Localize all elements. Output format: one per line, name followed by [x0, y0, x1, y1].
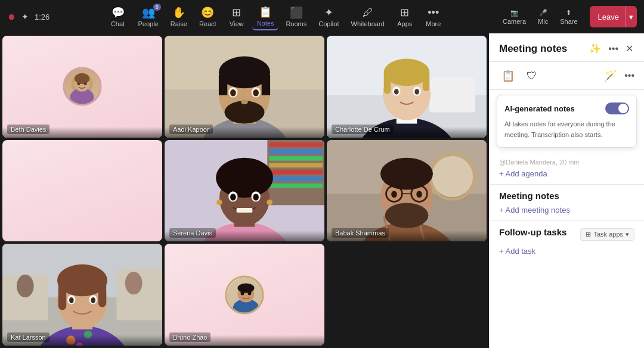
svg-point-49: [230, 194, 236, 200]
nav-view-label: View: [230, 20, 244, 27]
panel-title: Meeting notes: [499, 43, 567, 55]
shield-tab-icon[interactable]: 🛡: [524, 67, 540, 85]
add-task-link[interactable]: + Add task: [499, 247, 634, 256]
panel-header: Meeting notes ✨ ••• ✕: [490, 33, 644, 62]
video-person-bruno: [165, 244, 324, 346]
svg-rect-36: [269, 149, 323, 154]
svg-point-95: [238, 283, 255, 293]
name-bar-serena: Serena Davis: [165, 231, 324, 241]
video-cell-beth: Beth Davies: [2, 36, 162, 138]
nav-chat-label: Chat: [111, 20, 125, 27]
nav-whiteboard[interactable]: 🖊 Whiteboard: [346, 4, 389, 30]
svg-rect-41: [269, 184, 323, 188]
svg-point-30: [394, 89, 399, 95]
close-icon: ✕: [626, 43, 633, 54]
leave-caret-button[interactable]: ▾: [625, 6, 637, 27]
nav-more[interactable]: ••• More: [420, 4, 447, 30]
leave-label: Leave: [598, 13, 619, 21]
view-icon: ⊞: [232, 6, 241, 19]
panel-close-button[interactable]: ✕: [624, 42, 634, 55]
nav-apps[interactable]: ⊞ Apps: [392, 4, 418, 30]
agenda-section: @Daniela Mandera, 20 min + Add agenda: [490, 153, 644, 185]
svg-point-16: [230, 89, 236, 96]
more-icon: •••: [428, 7, 439, 19]
nav-rooms[interactable]: ⬛ Rooms: [281, 4, 311, 30]
svg-point-51: [253, 194, 259, 200]
share-label: Share: [560, 18, 577, 25]
participant-name-charlotte: Charlotte De Crum: [332, 125, 394, 134]
nav-notes[interactable]: 📋 Notes: [252, 3, 279, 30]
panel-more-button[interactable]: •••: [607, 42, 620, 55]
add-agenda-link[interactable]: + Add agenda: [499, 169, 634, 178]
svg-point-19: [241, 100, 247, 104]
name-bar-kat: Kat Larsson: [2, 335, 162, 346]
name-bar-charlotte: Charlotte De Crum: [327, 127, 487, 138]
ai-notes-label: AI-generated notes: [504, 104, 575, 113]
ai-notes-toggle[interactable]: [605, 102, 629, 114]
rooms-icon: ⬛: [290, 6, 303, 19]
video-person-kat: [2, 244, 162, 346]
participant-name-bruno: Bruno Zhao: [169, 333, 210, 342]
svg-rect-27: [384, 71, 391, 94]
participant-name-serena: Serena Davis: [169, 228, 216, 238]
participant-name-beth: Beth Davies: [7, 125, 49, 134]
nav-copilot[interactable]: ✦ Copilot: [314, 4, 343, 30]
sparkle-magic-button[interactable]: ✨: [588, 42, 602, 55]
svg-point-47: [267, 199, 273, 205]
svg-rect-28: [423, 71, 429, 91]
nav-chat[interactable]: 💬 Chat: [105, 4, 131, 30]
avatar-face-bruno: [227, 277, 264, 314]
camera-icon: 📷: [510, 9, 519, 17]
nav-react[interactable]: 😊 React: [194, 4, 221, 30]
video-cell-local: [2, 140, 162, 242]
video-cell-babak: Babak Shammas: [327, 140, 487, 242]
tasks-header: Follow-up tasks ⊞ Task apps ▾: [499, 227, 634, 242]
copilot-icon: ✦: [324, 6, 333, 19]
avatar-beth: [63, 67, 102, 106]
aadi-visual: [165, 36, 324, 138]
svg-rect-12: [219, 75, 227, 95]
svg-rect-39: [269, 170, 323, 175]
video-cell-aadi: Aadi Kapoor: [165, 36, 324, 138]
video-person-aadi: [165, 36, 324, 138]
name-bar-beth: Beth Davies: [2, 127, 162, 138]
video-cell-empty: [327, 244, 487, 346]
svg-rect-84: [98, 282, 106, 307]
side-panel: Meeting notes ✨ ••• ✕ 📋 🛡 🪄 ••• A: [489, 33, 644, 348]
name-bar-aadi: Aadi Kapoor: [165, 127, 324, 138]
meeting-timer: 1:26: [35, 13, 49, 21]
share-icon: ⬆: [566, 9, 571, 17]
mic-icon: 🎤: [539, 9, 547, 17]
nav-raise[interactable]: ✋ Raise: [166, 4, 192, 30]
svg-point-18: [253, 89, 259, 96]
panel-more-icon: •••: [608, 44, 618, 54]
magic-cursor-icon[interactable]: 🪄: [604, 69, 617, 82]
panel-tabs: 📋 🛡 🪄 •••: [490, 62, 644, 90]
agenda-placeholder: @Daniela Mandera, 20 min: [499, 159, 634, 166]
mic-button[interactable]: 🎤 Mic: [533, 7, 553, 27]
tabs-more-icon[interactable]: •••: [624, 70, 634, 81]
notes-icon: 📋: [259, 5, 272, 18]
chat-icon: 💬: [112, 6, 125, 19]
svg-point-68: [416, 191, 422, 197]
nav-view[interactable]: ⊞ View: [224, 4, 250, 30]
svg-point-69: [380, 157, 433, 189]
nav-bar: 💬 Chat 👥 People 8 ✋ Raise 😊 React ⊞ View…: [105, 3, 447, 30]
share-button[interactable]: ⬆ Share: [555, 7, 582, 27]
nav-people[interactable]: 👥 People 8: [134, 4, 163, 30]
svg-point-56: [432, 156, 473, 197]
raise-icon: ✋: [172, 6, 185, 19]
add-task-label: + Add task: [499, 247, 535, 256]
svg-point-26: [384, 58, 430, 86]
task-apps-button[interactable]: ⊞ Task apps ▾: [580, 228, 634, 241]
svg-rect-83: [58, 282, 66, 310]
video-person-babak: [327, 140, 487, 242]
sparkle-icon: ✦: [21, 12, 29, 21]
avatar-bruno: [225, 275, 264, 314]
camera-button[interactable]: 📷 Camera: [498, 7, 531, 27]
serena-visual: [165, 140, 324, 242]
nav-people-label: People: [138, 20, 159, 27]
add-notes-link[interactable]: + Add meeting notes: [499, 206, 634, 215]
notes-tab-icon[interactable]: 📋: [499, 67, 517, 85]
leave-button[interactable]: Leave: [590, 6, 627, 27]
